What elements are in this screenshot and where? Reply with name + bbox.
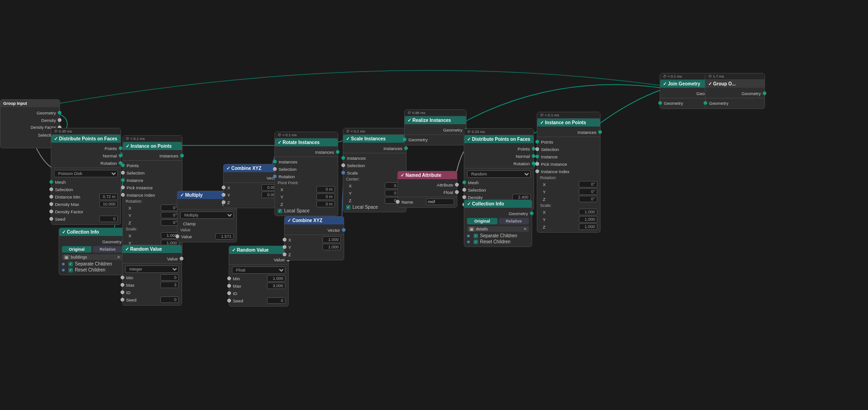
d1-densmax-socket [49,202,53,206]
i1-instances-row: Instances [123,152,182,159]
i1-idx-row: Instance Index [123,191,182,199]
sc1-local-cb[interactable]: ✓ [346,205,351,210]
i1-rot-z-val: 0° [161,219,179,226]
sc1-local-label: Local Space [352,205,378,210]
d2-rotation-socket [532,162,535,165]
d2-mesh-socket [462,181,466,184]
go-geom-in-row: Geometry [705,99,765,107]
na-name-input[interactable] [426,199,454,205]
scale1-timing: ⏱ < 0.1 ms [343,128,406,135]
r1-seed-row: Seed 0 [122,296,182,303]
c1-relative-btn[interactable]: Relative [93,246,122,253]
instance1-node: ⏱ < 0.1 ms ✓ Instance on Points Instance… [122,135,182,256]
c1-sep-checkbox[interactable]: ✓ [68,262,73,266]
go-geom-socket [763,91,766,95]
r2-id-socket [227,291,231,295]
collection1-title: ✓ Collection Info [62,229,99,235]
random1-title: ✓ Random Value [125,247,162,252]
c2-original-btn[interactable]: Original [467,218,498,224]
i2-sx-row: X 1.000 [537,208,600,216]
collection1-header: ✓ Collection Info [59,228,125,236]
c1-geom-row: Geometry [59,238,125,245]
d1-points-row: Points [51,145,121,152]
random2-node: ✓ Random Value Value Float Min 1.000 Max… [229,246,289,307]
mul-type-dropdown[interactable]: Multiply [180,211,234,219]
d2-normal-socket [532,154,535,158]
r1-min-socket [121,276,124,279]
go-geom-out-row: Geometry [705,90,765,97]
c2xyz-y-val: 1.000 [322,244,341,250]
realize1-title: ✓ Realize Instances [407,118,451,123]
rot1-local-cb[interactable]: ✓ [278,209,282,213]
rl1-geom-in-socket [403,138,407,141]
r2-id-row: ID [229,289,288,297]
distribute1-timing: ⏱ 0.35 ms [51,128,121,135]
i2-inst-socket [535,155,539,158]
c1-reset-checkbox[interactable]: ✓ [68,268,73,272]
r2-max-val: 3.000 [267,283,285,289]
d2-rotation-row: Rotation [464,160,534,167]
i1-pick-socket [121,186,125,189]
d2-normal-row: Normal [464,152,534,160]
jg-geom-in-socket [658,101,662,105]
d2-type-dropdown[interactable]: Random [467,170,531,178]
i1-points-socket [121,163,125,167]
sc1-inst-in-socket [341,156,345,160]
c2-sep-label: Separate Children [480,233,517,238]
d1-distmin-val: 0.72 m [99,193,118,200]
d1-rotation-row: Rotation [51,159,121,167]
combine2-title: ✓ Combine XYZ [287,218,322,223]
r1-val-socket [180,257,183,260]
i2-sel-socket [535,147,539,151]
i1-pick-row: Pick Instance [123,184,182,191]
c2-close-btn[interactable]: ✕ [523,227,527,231]
rot1-py-val: 0 m [316,193,335,200]
c1-close-btn[interactable]: ✕ [117,255,121,259]
i2-instances-row: Instances [537,128,600,136]
c2-reset-checkbox[interactable]: ✓ [473,240,478,244]
na-attr-socket [455,183,459,187]
rot1-sel-row: Selection [275,165,338,173]
c1-original-btn[interactable]: Original [62,246,91,253]
c1xyz-x-row: X 0.000 [224,184,283,191]
rot1-inst-in-socket [273,160,277,163]
d1-mesh-socket [49,180,53,184]
c1-collection-name: buildings [71,255,87,259]
r2-max-socket [227,284,231,288]
d2-density-socket [462,195,466,199]
c1-reset-row: ✓ Reset Children [59,267,125,273]
instance2-title: ✓ Instance on Points [540,120,586,125]
c2-relative-btn[interactable]: Relative [499,218,529,224]
c1xyz-y-row: Y 0.000 [224,191,283,199]
c2-sep-checkbox[interactable]: ✓ [473,234,478,238]
r2-val-row: Value [229,256,288,263]
go-geom-in-socket [704,101,707,105]
combine1-title: ✓ Combine XYZ [226,166,261,171]
na-name-socket [396,200,400,204]
r1-max-val: 3 [160,282,179,288]
realize1-node: ⏱ 0.86 ms ✓ Realize Instances Geometry G… [404,109,467,145]
d2-points-row: Points [464,145,534,152]
na-float-row: Float [398,188,457,196]
r1-max-row: Max 3 [122,281,182,289]
r1-type-dropdown[interactable]: Integer [125,265,179,273]
na-float-socket [455,190,459,194]
instance1-title: ✓ Instance on Points [126,144,172,149]
c2-sep-socket [467,235,470,237]
instance2-timing: ⏱ < 0.1 ms [537,112,600,119]
rot1-inst-out-row: Instances [275,148,338,156]
na-attr-row: Attribute [398,181,457,188]
d1-type-dropdown[interactable]: Poisson Disk [54,170,118,177]
d1-seed-row: Seed 0 [51,215,121,223]
distribute1-header: ✓ Distribute Points on Faces [51,135,121,143]
join-title: ✓ Join Geometry [663,81,700,86]
mul-val-in-socket [176,235,179,238]
i2-rz-row: Z 0° [537,195,600,203]
i1-instances-socket [180,154,184,157]
i2-rx-row: X 0° [537,181,600,188]
distribute2-node: ⏱ 0.23 ms ✓ Distribute Points on Faces P… [464,128,534,211]
r2-type-dropdown[interactable]: Float [232,266,285,274]
c1-reset-label: Reset Children [75,267,105,272]
group-output-header: ✓ Group O... [705,80,765,88]
distribute1-node: ⏱ 0.35 ms ✓ Distribute Points on Faces P… [51,128,121,225]
